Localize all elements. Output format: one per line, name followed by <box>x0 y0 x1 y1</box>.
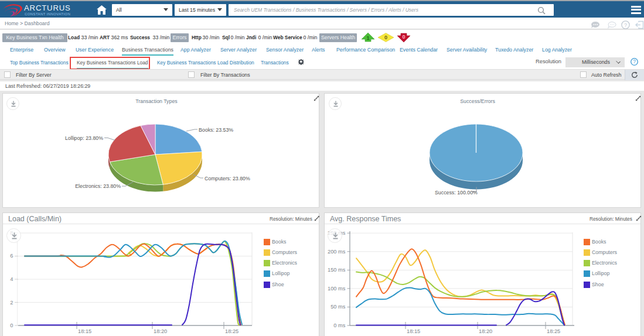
svg-text:0: 0 <box>384 35 387 40</box>
svg-text:0: 0 <box>402 34 405 40</box>
svg-text:?: ? <box>633 59 636 64</box>
svg-text:?: ? <box>624 22 627 28</box>
svg-text:1: 1 <box>366 35 369 41</box>
